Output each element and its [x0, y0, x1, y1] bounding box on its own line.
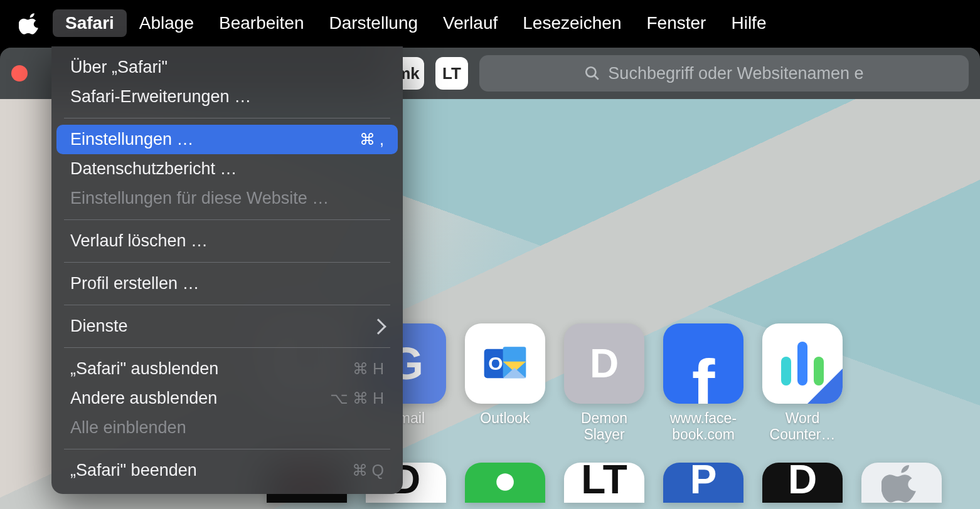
menu-item-label: Verlauf löschen … [70, 231, 208, 251]
menu-item[interactable]: Über „Safari" [56, 53, 398, 82]
menu-separator [64, 219, 390, 220]
menu-item-label: Dienste [70, 317, 128, 336]
favorite-icon: O [465, 323, 545, 404]
menu-item[interactable]: „Safari" beenden⌘ Q [56, 456, 398, 485]
menu-item[interactable]: Dienste [56, 312, 398, 341]
favorite-tile[interactable]: LT [564, 463, 644, 503]
menubar: SafariAblageBearbeitenDarstellungVerlauf… [0, 0, 980, 46]
favorite-label: Outlook [480, 410, 530, 426]
menu-item[interactable]: Safari-Erweiterungen … [56, 82, 398, 112]
menu-item[interactable]: Profil erstellen … [56, 269, 398, 298]
favorite-icon: f [663, 323, 743, 404]
favorite-tile[interactable]: Word Counter… [762, 323, 843, 443]
menu-item-label: Einstellungen für diese Website … [70, 189, 329, 208]
menu-item-label: Profil erstellen … [70, 274, 200, 293]
menubar-item-lesezeichen[interactable]: Lesezeichen [510, 9, 634, 37]
menu-separator [64, 118, 390, 118]
safari-menu-dropdown: Über „Safari"Safari-Erweiterungen …Einst… [51, 46, 403, 494]
search-placeholder: Suchbegriff oder Websitenamen e [608, 64, 863, 83]
menu-item-label: „Safari" ausblenden [70, 359, 218, 379]
favorite-label: www.face-book.com [663, 410, 743, 443]
window-close-button[interactable] [11, 65, 28, 81]
favorite-tile[interactable]: ● [465, 463, 545, 503]
menubar-item-verlauf[interactable]: Verlauf [430, 9, 510, 37]
menu-item: Einstellungen für diese Website … [56, 184, 398, 213]
menu-item-label: Andere ausblenden [70, 389, 217, 408]
favorite-tile[interactable]: fwww.face-book.com [663, 323, 743, 443]
menubar-item-darstellung[interactable]: Darstellung [316, 9, 430, 37]
menu-item-label: Einstellungen … [70, 130, 194, 149]
menu-item[interactable]: Einstellungen …⌘ , [56, 125, 398, 154]
menu-item-shortcut: ⌘ , [360, 130, 384, 149]
menu-item[interactable]: Verlauf löschen … [56, 226, 398, 256]
favorite-tile[interactable]: DDemon Slayer [564, 323, 644, 443]
apple-icon [881, 463, 922, 503]
chevron-right-icon [370, 318, 386, 334]
favorite-icon: LT [564, 463, 644, 503]
window-controls [11, 65, 36, 81]
favorite-tile[interactable]: D [762, 463, 843, 503]
menu-item-shortcut: ⌘ Q [352, 461, 384, 480]
menu-separator [64, 305, 390, 305]
favorite-icon: ● [465, 463, 545, 503]
menu-item[interactable]: Datenschutzbericht … [56, 154, 398, 184]
favorite-icon: P [663, 463, 743, 503]
menubar-item-safari[interactable]: Safari [53, 9, 127, 37]
search-icon [584, 65, 600, 81]
favorite-tile[interactable]: OOutlook [465, 323, 545, 443]
menu-item[interactable]: „Safari" ausblenden⌘ H [56, 354, 398, 384]
apple-logo-icon[interactable] [19, 12, 41, 34]
favorite-tile[interactable]: P [663, 463, 743, 503]
svg-text:O: O [488, 353, 503, 374]
menu-item: Alle einblenden [56, 413, 398, 443]
favorite-icon: D [564, 323, 644, 404]
favorite-icon [762, 323, 843, 404]
favorite-icon: D [762, 463, 843, 503]
menubar-item-ablage[interactable]: Ablage [127, 9, 206, 37]
menu-item-label: Alle einblenden [70, 418, 186, 438]
menu-item-shortcut: ⌥ ⌘ H [330, 389, 384, 407]
menu-item-shortcut: ⌘ H [353, 360, 384, 378]
menubar-item-bearbeiten[interactable]: Bearbeiten [206, 9, 316, 37]
extension-button-lt[interactable]: LT [435, 57, 468, 90]
menubar-item-fenster[interactable]: Fenster [634, 9, 719, 37]
menu-item-label: Datenschutzbericht … [70, 159, 237, 179]
menu-separator [64, 347, 390, 348]
menubar-item-hilfe[interactable]: Hilfe [718, 9, 779, 37]
svg-point-0 [587, 67, 596, 76]
menu-item-label: „Safari" beenden [70, 461, 197, 480]
svg-line-1 [595, 75, 599, 80]
outlook-icon: O [480, 338, 530, 389]
address-search-bar[interactable]: Suchbegriff oder Websitenamen e [479, 55, 969, 92]
menu-item-label: Über „Safari" [70, 58, 168, 77]
wordcounter-icon [781, 342, 824, 386]
favorite-label: Word Counter… [762, 410, 843, 443]
menu-separator [64, 262, 390, 263]
favorite-tile[interactable] [861, 463, 942, 503]
menu-item[interactable]: Andere ausblenden⌥ ⌘ H [56, 384, 398, 413]
menu-item-label: Safari-Erweiterungen … [70, 87, 251, 107]
favorite-icon [861, 463, 942, 503]
menu-separator [64, 449, 390, 449]
favorite-label: Demon Slayer [564, 410, 644, 443]
